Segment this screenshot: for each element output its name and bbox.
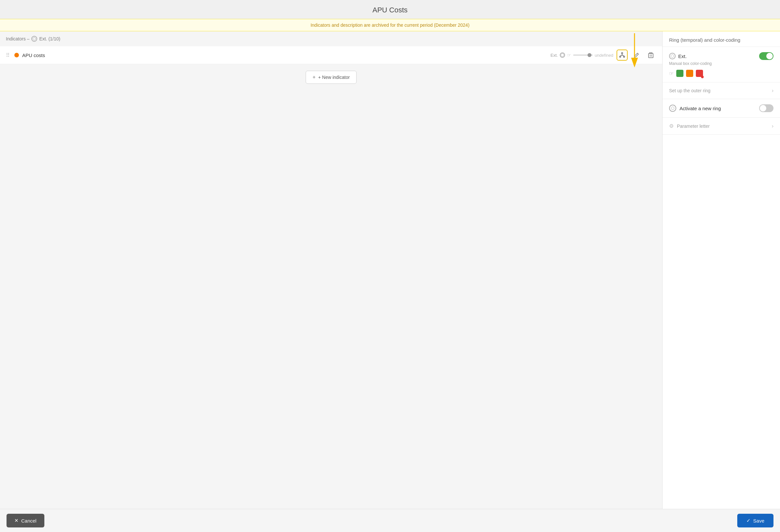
ext-ring-icon	[31, 36, 37, 42]
archive-banner: Indicators and description are archived …	[0, 19, 780, 31]
footer: ✕ Cancel ✓ Save	[0, 509, 780, 532]
hierarchy-icon	[619, 52, 625, 58]
hand-cursor-icon: ☞	[567, 52, 571, 58]
new-indicator-button[interactable]: + + New indicator	[306, 71, 356, 84]
ext-section: Ext. Manual box color-coding ☞	[663, 47, 780, 83]
right-panel: Ring (temporal) and color-coding Ext. Ma…	[663, 31, 780, 509]
indicator-row-container: ⠿ APU costs Ext. ☞ undefined	[0, 46, 662, 64]
parameter-chevron-right-icon: ›	[772, 123, 774, 129]
svg-line-4	[620, 55, 622, 56]
save-label: Save	[753, 518, 764, 524]
indicator-ext-ring-icon	[560, 52, 565, 58]
ext-toggle[interactable]	[759, 52, 774, 60]
slider-track[interactable]	[573, 54, 593, 56]
activate-ring-main: Activate a new ring	[669, 105, 721, 112]
delete-button[interactable]	[645, 50, 656, 61]
cancel-button[interactable]: ✕ Cancel	[6, 514, 44, 527]
ext-count-label: Ext. (1/10)	[39, 36, 60, 41]
svg-point-2	[623, 56, 625, 57]
cancel-label: Cancel	[21, 518, 37, 524]
outer-ring-label: Set up the outer ring	[669, 88, 711, 93]
ext-ring-icon-right	[669, 53, 676, 59]
page-title: APU Costs	[0, 0, 780, 19]
parameter-letter-main: ⚙ Parameter letter	[669, 123, 710, 129]
svg-point-0	[622, 52, 623, 54]
right-panel-title: Ring (temporal) and color-coding	[663, 31, 780, 47]
swatch-red-container	[696, 70, 703, 77]
parameter-letter-label: Parameter letter	[677, 123, 710, 129]
outer-ring-row[interactable]: Set up the outer ring ›	[663, 83, 780, 99]
edit-button[interactable]	[631, 50, 642, 61]
indicator-name: APU costs	[22, 52, 547, 58]
svg-line-5	[622, 55, 624, 56]
swatch-green[interactable]	[676, 70, 683, 77]
ext-label-group: Ext.	[669, 53, 687, 59]
activate-ring-label: Activate a new ring	[680, 106, 721, 111]
swatch-red-dot	[701, 75, 704, 78]
ext-text: Ext.	[550, 53, 557, 58]
indicator-ext-section: Ext. ☞ undefined	[550, 52, 613, 58]
svg-rect-6	[648, 53, 653, 58]
plus-icon: +	[312, 74, 315, 80]
pencil-icon	[634, 52, 639, 58]
new-indicator-label: + New indicator	[318, 75, 350, 80]
parameter-letter-row[interactable]: ⚙ Parameter letter ›	[663, 118, 780, 135]
trash-icon	[648, 52, 653, 58]
activate-ring-row: Activate a new ring	[663, 99, 780, 118]
left-panel: Indicators – Ext. (1/10) ⠿ APU costs Ext…	[0, 31, 663, 509]
swatch-orange[interactable]	[686, 70, 693, 77]
hierarchy-button[interactable]	[617, 50, 628, 61]
indicator-row: ⠿ APU costs Ext. ☞ undefined	[0, 46, 662, 64]
chevron-right-icon: ›	[772, 88, 774, 94]
svg-point-1	[620, 56, 621, 57]
color-swatches: ☞	[669, 70, 774, 77]
ext-label-text: Ext.	[678, 53, 687, 59]
undefined-text: undefined	[595, 53, 613, 58]
slider-thumb	[588, 53, 591, 57]
new-ring-icon	[669, 105, 676, 112]
indicators-header: Indicators – Ext. (1/10)	[0, 31, 662, 46]
save-button[interactable]: ✓ Save	[737, 514, 774, 527]
drag-handle-icon[interactable]: ⠿	[6, 52, 10, 58]
ext-row: Ext.	[669, 52, 774, 60]
x-icon: ✕	[14, 518, 18, 524]
hand-icon: ☞	[669, 70, 674, 76]
color-dot	[14, 53, 19, 57]
gear-icon: ⚙	[669, 123, 674, 129]
check-icon: ✓	[746, 518, 751, 524]
activate-ring-toggle[interactable]	[759, 104, 774, 112]
manual-label: Manual box color-coding	[669, 61, 774, 66]
indicators-label: Indicators –	[6, 36, 29, 41]
